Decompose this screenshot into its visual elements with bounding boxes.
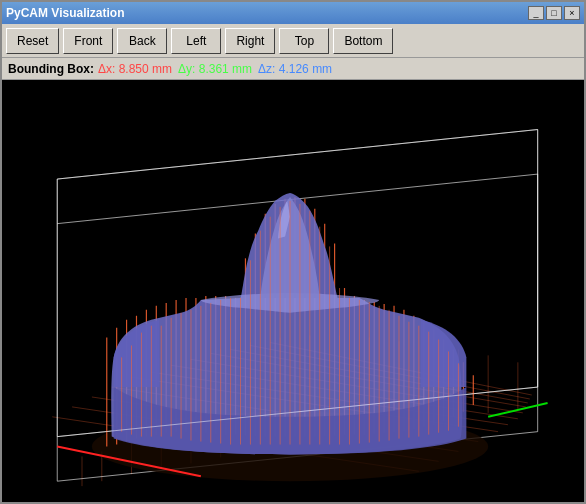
top-button[interactable]: Top — [279, 28, 329, 54]
front-button[interactable]: Front — [63, 28, 113, 54]
right-button[interactable]: Right — [225, 28, 275, 54]
dz-value: Δz: 4.126 mm — [258, 62, 332, 76]
3d-viewport[interactable] — [2, 80, 584, 502]
statusbar: Bounding Box: Δx: 8.850 mm Δy: 8.361 mm … — [2, 58, 584, 80]
maximize-button[interactable]: □ — [546, 6, 562, 20]
dx-value: Δx: 8.850 mm — [98, 62, 172, 76]
bounding-box-label: Bounding Box: — [8, 62, 94, 76]
dy-value: Δy: 8.361 mm — [178, 62, 252, 76]
minimize-button[interactable]: _ — [528, 6, 544, 20]
window-title: PyCAM Visualization — [6, 6, 124, 20]
main-window: PyCAM Visualization _ □ × Reset Front Ba… — [0, 0, 586, 504]
window-controls: _ □ × — [528, 6, 580, 20]
left-button[interactable]: Left — [171, 28, 221, 54]
back-button[interactable]: Back — [117, 28, 167, 54]
reset-button[interactable]: Reset — [6, 28, 59, 54]
bottom-button[interactable]: Bottom — [333, 28, 393, 54]
close-button[interactable]: × — [564, 6, 580, 20]
titlebar: PyCAM Visualization _ □ × — [2, 2, 584, 24]
visualization-svg — [2, 80, 584, 502]
toolbar: Reset Front Back Left Right Top Bottom — [2, 24, 584, 58]
canvas[interactable] — [2, 80, 584, 502]
